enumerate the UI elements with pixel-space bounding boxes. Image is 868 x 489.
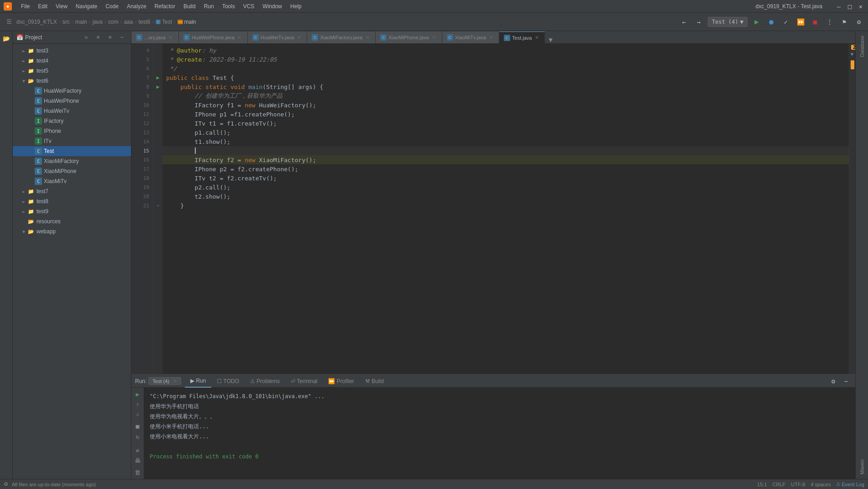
navigate-forward-icon[interactable]: → [693,16,704,27]
minimize-panel-icon[interactable]: − [841,376,852,387]
menu-tools[interactable]: Tools [219,2,239,11]
tree-item-test8[interactable]: ► 📁 test8 [13,196,131,206]
debug-button[interactable]: ● [766,16,777,27]
close-button[interactable]: ✕ [857,3,864,10]
run-config-tab[interactable]: Test (4) ✕ [148,377,181,385]
tree-item-test6[interactable]: ▼ 📂 test6 [13,76,131,86]
tree-item-huaweiphone[interactable]: C HuaWeiPhone [13,96,131,106]
menu-build[interactable]: Build [180,2,199,11]
tab-factory[interactable]: C ...ory.java ✕ [131,32,179,43]
bottom-tab-terminal[interactable]: ⏎ Terminal [285,375,323,388]
sync-icon[interactable]: ↻ [81,32,92,43]
tree-item-itv[interactable]: I ITv [13,136,131,146]
scroll-up-icon[interactable]: ⇧ [132,400,143,409]
run-config-selector[interactable]: Test (4) ▼ [708,17,748,27]
tree-item-huaweifactory[interactable]: C HuaWeiFactory [13,86,131,96]
tree-item-xiaomifactory[interactable]: C XiaoMiFactory [13,156,131,166]
tab-close-icon[interactable]: ✕ [236,34,243,41]
bottom-tab-todo[interactable]: ☐ TODO [211,375,245,388]
bottom-tab-build[interactable]: ⚒ Build [360,375,389,388]
bookmark-icon[interactable]: ⚑ [839,16,850,27]
run-button[interactable]: ▶ [751,16,762,27]
tab-huaweitv[interactable]: C HuaWeiTv.java ✕ [248,32,308,43]
status-line-sep[interactable]: CRLF [773,482,786,487]
menu-navigate[interactable]: Navigate [72,2,101,11]
maven-panel-label[interactable]: Maven [858,457,867,477]
tab-close-icon[interactable]: ✕ [488,34,494,41]
run-console-icon[interactable]: ▶ [132,389,143,399]
tree-item-resources[interactable]: 📂 resources [13,216,131,226]
rerun-console-icon[interactable]: ↻ [132,432,143,441]
clear-console-icon[interactable]: 🗑 [132,468,143,477]
menu-help[interactable]: Help [287,2,305,11]
nav-down-icon[interactable]: ▼ [851,52,853,57]
more-actions-icon[interactable]: ⋮ [824,16,835,27]
breadcrumb-com[interactable]: com [108,19,119,25]
database-panel-label[interactable]: Database [858,33,867,60]
menu-file[interactable]: File [17,2,33,11]
settings-panel-icon[interactable]: ⚙ [828,376,839,387]
sidebar-toggle-icon[interactable]: ☰ [4,16,15,27]
menu-analyze[interactable]: Analyze [123,2,150,11]
tab-close-icon[interactable]: ✕ [167,34,174,41]
tree-item-huaweitv[interactable]: C HuaWeiTv [13,106,131,116]
bottom-tab-problems[interactable]: ⚠ Problems [245,375,285,388]
menu-edit[interactable]: Edit [34,2,51,11]
tree-item-ifactory[interactable]: I IFactory [13,116,131,126]
tab-close-icon[interactable]: ✕ [296,34,302,41]
tab-huaweiphone[interactable]: C HuaWeiPhone.java ✕ [179,32,248,43]
tab-close-icon[interactable]: ✕ [533,35,540,41]
status-position[interactable]: 15:1 [757,482,767,487]
tab-test[interactable]: C Test.java ✕ [499,32,545,43]
bottom-tab-profiler[interactable]: ⏩ Profiler [323,375,359,388]
profile-button[interactable]: ⏩ [795,16,806,27]
collapse-all-icon[interactable]: ≡ [93,32,104,43]
menu-refactor[interactable]: Refactor [151,2,179,11]
maximize-button[interactable]: □ [846,3,853,10]
breadcrumb-aaa[interactable]: aaa [124,19,133,25]
breadcrumb-test-class[interactable]: CTest [156,19,172,25]
breadcrumb-test6[interactable]: test6 [138,19,150,25]
menu-window[interactable]: Window [259,2,286,11]
tree-item-webapp[interactable]: ▼ 📂 webapp [13,226,131,237]
tab-close-icon[interactable]: ✕ [431,34,437,41]
tree-item-iphone[interactable]: I IPhone [13,126,131,136]
tree-item-xiaomiphone[interactable]: C XiaoMiPhone [13,166,131,176]
menu-code[interactable]: Code [102,2,122,11]
code-line-15[interactable] [162,146,849,155]
gear-icon[interactable]: ⋯ [116,32,127,43]
event-log-link[interactable]: ⚠ Event Log [836,481,864,487]
tab-xiaomifactory[interactable]: C XiaoMiFactory.java ✕ [307,32,376,43]
settings-icon[interactable]: ⚙ [853,16,864,27]
tabs-overflow-icon[interactable]: ▼ [545,36,556,43]
tree-item-xiaomitv[interactable]: C XiaoMiTv [13,176,131,186]
tree-item-test5[interactable]: ► 📁 test5 [13,66,131,76]
tab-xiaomitv[interactable]: C XiaoMiTv.java ✕ [442,32,499,43]
structure-icon[interactable] [1,466,12,477]
navigate-back-icon[interactable]: ← [679,16,690,27]
tree-item-test7[interactable]: ► 📁 test7 [13,186,131,196]
tree-item-test4[interactable]: ► 📁 test4 [13,56,131,66]
editor-scrollbar[interactable]: 2 ▲ ▼ [849,44,855,374]
breadcrumb-java[interactable]: java [93,19,103,25]
project-settings-icon[interactable]: ⚙ [105,32,115,43]
tree-item-test9[interactable]: ► 📁 test9 [13,206,131,216]
breadcrumb-src[interactable]: src [63,19,70,25]
stop-button[interactable]: ■ [810,16,821,27]
tab-close-icon[interactable]: ✕ [364,34,371,41]
status-indent[interactable]: 4 spaces [810,482,831,487]
breadcrumb-main[interactable]: main [75,19,87,25]
wrap-console-icon[interactable]: ⇄ [132,446,143,455]
menu-run[interactable]: Run [200,2,218,11]
breadcrumb-project[interactable]: dxc_0919_KTLX [16,19,57,25]
run-gutter-icon[interactable]: ▶ [156,74,159,81]
run-tab-close-icon[interactable]: ✕ [173,378,177,384]
run-gutter-icon[interactable]: ▶ [156,84,159,90]
status-encoding[interactable]: UTF-8 [791,482,805,487]
tab-xiaomiphone[interactable]: C XiaoMiPhone.java ✕ [376,32,442,43]
project-icon[interactable]: 📂 [1,33,12,44]
menu-vcs[interactable]: VCS [240,2,258,11]
tree-item-test3[interactable]: ► 📁 test3 [13,46,131,56]
bottom-tab-run[interactable]: ▶ Run [185,375,211,388]
code-content[interactable]: * @author: hy * @create: 2022-09-19 11:2… [162,44,849,374]
